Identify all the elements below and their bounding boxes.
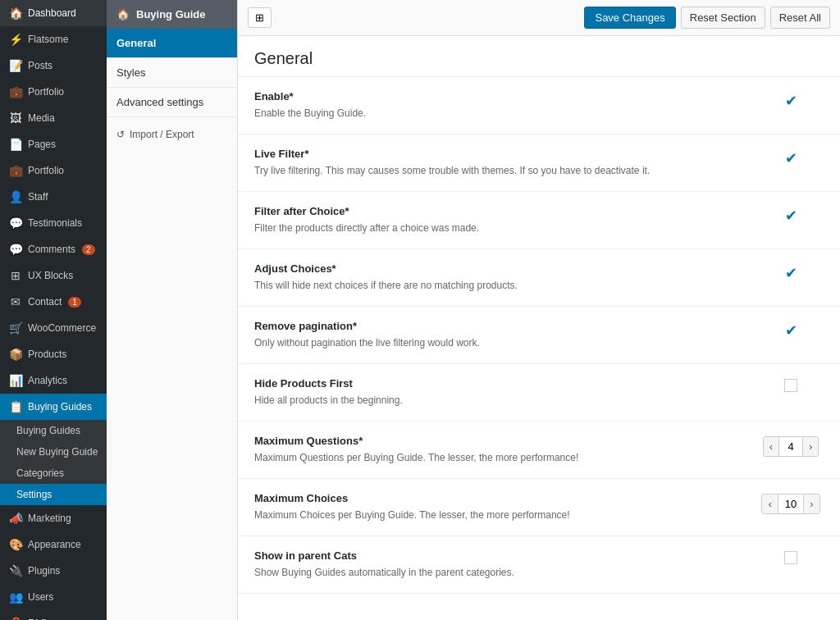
checkbox-checked[interactable]: ✔	[785, 207, 797, 225]
sidebar-sub-categories[interactable]: Categories	[0, 463, 107, 484]
filter-after-choice-control[interactable]: ✔	[758, 205, 824, 225]
sub-label: Categories	[16, 467, 64, 479]
max-choices-stepper[interactable]: ‹ 10 ›	[761, 494, 819, 514]
sidebar-item-ux-blocks[interactable]: ⊞ UX Blocks	[0, 262, 107, 289]
save-changes-button[interactable]: Save Changes	[584, 7, 675, 29]
sub-nav-advanced-settings[interactable]: Advanced settings	[107, 88, 237, 117]
comments-icon: 💬	[8, 243, 23, 256]
setting-label: Live Filter*	[254, 148, 742, 160]
checkbox-checked[interactable]: ✔	[785, 321, 797, 340]
setting-desc: Try live filtering. This may causes some…	[254, 163, 742, 178]
reset-section-button[interactable]: Reset Section	[681, 7, 765, 29]
reset-all-button[interactable]: Reset All	[770, 7, 830, 29]
users-icon: 👥	[8, 590, 23, 604]
sidebar-item-label: Comments	[28, 244, 75, 255]
sub-label: Buying Guides	[16, 425, 80, 436]
sidebar-item-portfolio-1[interactable]: 💼 Portfolio	[0, 79, 107, 105]
analytics-icon: 📊	[8, 374, 23, 387]
checkbox-unchecked[interactable]	[784, 379, 797, 392]
enable-control[interactable]: ✔	[758, 90, 824, 110]
checkbox-unchecked[interactable]	[784, 551, 797, 564]
checkbox-checked[interactable]: ✔	[785, 149, 797, 167]
remove-pagination-control[interactable]: ✔	[758, 320, 824, 340]
sidebar: 🏠 Dashboard ⚡ Flatsome 📝 Posts 💼 Portfol…	[0, 0, 107, 620]
sidebar-sub-new-buying-guide[interactable]: New Buying Guide	[0, 441, 107, 463]
hide-products-control[interactable]	[758, 377, 824, 392]
show-parent-cats-control[interactable]	[758, 549, 824, 564]
sidebar-item-analytics[interactable]: 📊 Analytics	[0, 367, 107, 394]
setting-row-hide-products: Hide Products First Hide all products in…	[238, 364, 840, 422]
setting-row-remove-pagination: Remove pagination* Only without paginati…	[238, 307, 840, 364]
sidebar-item-portfolio-2[interactable]: 💼 Portfolio	[0, 157, 107, 184]
setting-label-col: Live Filter* Try live filtering. This ma…	[254, 148, 742, 178]
sidebar-item-flatsome[interactable]: ⚡ Flatsome	[0, 26, 107, 52]
setting-row-adjust-choices: Adjust Choices* This will hide next choi…	[238, 249, 840, 307]
sidebar-item-label: Portfolio	[28, 86, 64, 98]
stepper-increment[interactable]: ›	[804, 495, 819, 513]
sidebar-item-label: Plugins	[28, 565, 60, 577]
setting-desc: Maximum Questions per Buying Guide. The …	[254, 450, 742, 465]
content-area: 🏠 Buying Guide General Styles Advanced s…	[107, 0, 840, 620]
sidebar-item-products[interactable]: 📦 Products	[0, 341, 107, 367]
sub-label: New Buying Guide	[16, 446, 98, 458]
grid-icon-button[interactable]: ⊞	[248, 7, 272, 28]
sidebar-item-pages[interactable]: 📄 Pages	[0, 131, 107, 157]
sidebar-sub-buying-guides[interactable]: Buying Guides	[0, 420, 107, 441]
sub-nav: 🏠 Buying Guide General Styles Advanced s…	[107, 0, 238, 620]
stepper-decrement[interactable]: ‹	[764, 437, 778, 456]
buying-guides-icon: 📋	[8, 400, 23, 413]
sidebar-item-label: Analytics	[28, 375, 67, 386]
setting-label: Enable*	[254, 90, 742, 103]
sub-nav-general[interactable]: General	[107, 29, 237, 58]
setting-label: Remove pagination*	[254, 320, 742, 332]
checkbox-checked[interactable]: ✔	[785, 92, 797, 110]
sidebar-item-buying-guides[interactable]: 📋 Buying Guides	[0, 394, 107, 420]
flatsome-icon: ⚡	[8, 33, 23, 46]
setting-row-max-questions: Maximum Questions* Maximum Questions per…	[238, 422, 840, 479]
max-questions-control[interactable]: ‹ 4 ›	[758, 435, 824, 457]
setting-label-col: Maximum Choices Maximum Choices per Buyi…	[254, 492, 742, 522]
sidebar-item-appearance[interactable]: 🎨 Appearance	[0, 531, 107, 558]
sidebar-item-posts[interactable]: 📝 Posts	[0, 52, 107, 79]
sidebar-item-marketing[interactable]: 📣 Marketing	[0, 505, 107, 531]
sidebar-item-label: Flatsome	[28, 34, 68, 45]
sidebar-item-woocommerce[interactable]: 🛒 WooCommerce	[0, 315, 107, 341]
import-export-label: Import / Export	[130, 129, 194, 140]
setting-label: Show in parent Cats	[254, 549, 742, 562]
sidebar-sub-settings[interactable]: Settings	[0, 484, 107, 505]
setting-label: Maximum Choices	[254, 492, 742, 504]
setting-label-col: Maximum Questions* Maximum Questions per…	[254, 435, 742, 465]
sidebar-item-media[interactable]: 🖼 Media	[0, 105, 107, 131]
sidebar-item-contact[interactable]: ✉ Contact 1	[0, 289, 107, 315]
setting-label: Maximum Questions*	[254, 435, 742, 447]
sidebar-item-users[interactable]: 👥 Users	[0, 584, 107, 610]
max-choices-control[interactable]: ‹ 10 ›	[758, 492, 824, 514]
setting-label-col: Show in parent Cats Show Buying Guides a…	[254, 549, 742, 580]
live-filter-control[interactable]: ✔	[758, 148, 824, 167]
sidebar-item-staff[interactable]: 👤 Staff	[0, 184, 107, 210]
adjust-choices-control[interactable]: ✔	[758, 262, 824, 282]
setting-label-col: Adjust Choices* This will hide next choi…	[254, 262, 742, 293]
max-questions-stepper[interactable]: ‹ 4 ›	[763, 436, 819, 457]
stepper-decrement[interactable]: ‹	[762, 495, 777, 513]
max-choices-value: 10	[778, 495, 804, 513]
sidebar-item-comments[interactable]: 💬 Comments 2	[0, 236, 107, 262]
media-icon: 🖼	[8, 112, 23, 125]
sidebar-item-faqs[interactable]: ❓ FAQs	[0, 610, 107, 620]
posts-icon: 📝	[8, 59, 23, 72]
sub-nav-import-export[interactable]: ↺ Import / Export	[107, 121, 237, 148]
faqs-icon: ❓	[8, 617, 23, 620]
setting-label: Filter after Choice*	[254, 205, 742, 217]
products-icon: 📦	[8, 348, 23, 361]
setting-desc: Maximum Choices per Buying Guide. The le…	[254, 508, 742, 522]
settings-panel: ⊞ Save Changes Reset Section Reset All G…	[238, 0, 840, 620]
sidebar-item-testimonials[interactable]: 💬 Testimonials	[0, 210, 107, 236]
stepper-increment[interactable]: ›	[803, 437, 818, 456]
sidebar-item-plugins[interactable]: 🔌 Plugins	[0, 558, 107, 584]
sub-nav-styles[interactable]: Styles	[107, 58, 237, 88]
staff-icon: 👤	[8, 190, 23, 203]
sidebar-item-dashboard[interactable]: 🏠 Dashboard	[0, 0, 107, 26]
checkbox-checked[interactable]: ✔	[785, 264, 797, 282]
marketing-icon: 📣	[8, 512, 23, 525]
setting-desc: Show Buying Guides automatically in the …	[254, 565, 742, 580]
